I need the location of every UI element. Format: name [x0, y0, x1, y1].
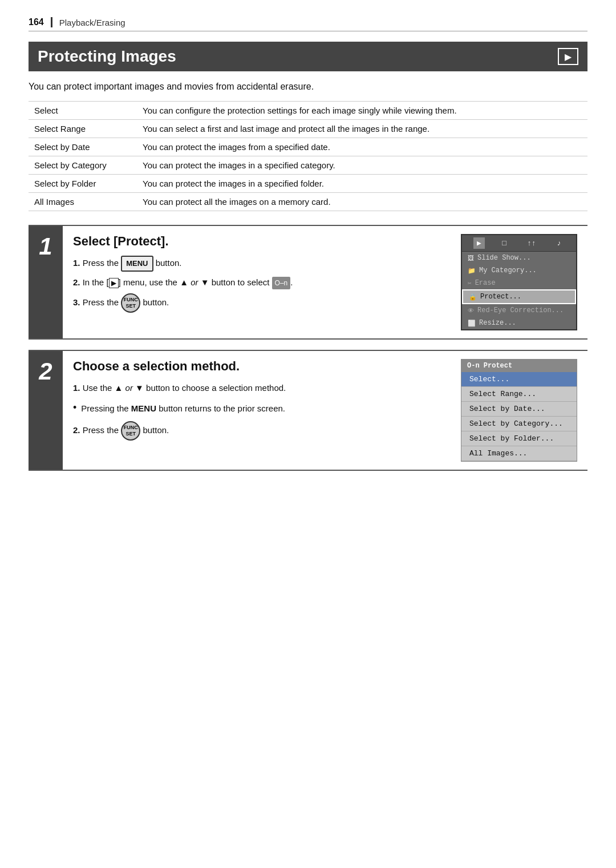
- step-2-instruction-2: 2. Press the FUNCSET button.: [73, 421, 452, 441]
- table-row: SelectYou can configure the protection s…: [29, 102, 587, 120]
- table-cell-desc: You can protect the images in a specifie…: [137, 156, 587, 175]
- step-2-content: Choose a selection method. 1. Use the ▲ …: [63, 351, 587, 470]
- menu-item-slideshow: 🖼 Slide Show...: [462, 252, 576, 264]
- step-1-block: 1 Select [Protect]. 1. Press the MENU bu…: [29, 225, 587, 340]
- info-table: SelectYou can configure the protection s…: [29, 101, 587, 211]
- table-cell-label: All Images: [29, 193, 137, 211]
- tab-sound: ♪: [553, 238, 565, 249]
- bullet-dot: •: [73, 401, 76, 414]
- mycategory-label: My Category...: [479, 267, 537, 274]
- step-2-instruction-1: 1. Use the ▲ or ▼ button to choose a sel…: [73, 381, 452, 395]
- step-2-title: Choose a selection method.: [73, 359, 452, 374]
- step-1-instruction-2: 2. In the [▶] menu, use the ▲ or ▼ butto…: [73, 275, 452, 290]
- redeye-label: Red-Eye Correction...: [477, 306, 564, 314]
- step-1-image-col: ▶ □ ↑↑ ♪ 🖼 Slide Show... 📁 My Category..…: [452, 234, 577, 330]
- page-number: 164: [29, 17, 52, 27]
- protect-menu-label: Protect...: [480, 293, 521, 301]
- table-cell-label: Select: [29, 102, 137, 120]
- protect-menu-title: O-n Protect: [461, 360, 577, 372]
- redeye-icon: 👁: [468, 307, 474, 314]
- protect-submenu: O-n Protect Select...Select Range...Sele…: [461, 359, 577, 462]
- slideshow-label: Slide Show...: [477, 254, 531, 262]
- erase-label: Erase: [475, 279, 496, 287]
- func-set-button-1: FUNCSET: [121, 293, 140, 313]
- table-cell-desc: You can select a first and last image an…: [137, 120, 587, 138]
- step-1-menu-screenshot: ▶ □ ↑↑ ♪ 🖼 Slide Show... 📁 My Category..…: [461, 234, 577, 330]
- menu-item-resize: ⬜ Resize...: [462, 317, 576, 329]
- tab-arrows: ↑↑: [524, 238, 540, 249]
- protect-menu-items-list: Select...Select Range...Select by Date..…: [461, 372, 577, 461]
- table-cell-label: Select by Folder: [29, 175, 137, 193]
- table-row: Select by CategoryYou can protect the im…: [29, 156, 587, 175]
- protect-menu-item: Select by Folder...: [461, 431, 577, 446]
- menu-items-list: 🖼 Slide Show... 📁 My Category... ✂ Erase: [462, 252, 576, 329]
- playback-icon-box: ▶: [558, 48, 578, 65]
- protect-menu-item: Select by Date...: [461, 402, 577, 417]
- step-2-block: 2 Choose a selection method. 1. Use the …: [29, 350, 587, 471]
- table-cell-label: Select by Category: [29, 156, 137, 175]
- resize-icon: ⬜: [468, 320, 476, 327]
- protect-menu-item: All Images...: [461, 446, 577, 461]
- playback-bracket-icon: ▶: [109, 278, 119, 288]
- menu-top-bar: ▶ □ ↑↑ ♪: [462, 235, 576, 252]
- step-1-text-col: Select [Protect]. 1. Press the MENU butt…: [73, 234, 452, 316]
- table-cell-label: Select by Date: [29, 138, 137, 156]
- intro-text: You can protect important images and mov…: [29, 82, 587, 92]
- table-cell-label: Select Range: [29, 120, 137, 138]
- step-1-number: 1: [29, 226, 63, 338]
- step-1-title: Select [Protect].: [73, 234, 452, 249]
- step-2-number: 2: [29, 351, 63, 470]
- step-2-image-col: O-n Protect Select...Select Range...Sele…: [452, 359, 577, 462]
- page-container: 164 Playback/Erasing Protecting Images ▶…: [0, 0, 616, 868]
- table-cell-desc: You can protect the images in a specifie…: [137, 175, 587, 193]
- step-1-instruction-3: 3. Press the FUNCSET button.: [73, 293, 452, 313]
- step-2-instructions: 1. Use the ▲ or ▼ button to choose a sel…: [73, 381, 452, 441]
- table-row: Select by DateYou can protect the images…: [29, 138, 587, 156]
- protect-menu-icon: 🔒: [469, 293, 477, 301]
- section-label: Playback/Erasing: [59, 18, 125, 27]
- table-row: Select by FolderYou can protect the imag…: [29, 175, 587, 193]
- slideshow-icon: 🖼: [468, 255, 474, 262]
- page-header: 164 Playback/Erasing: [29, 17, 587, 31]
- menu-item-redeye: 👁 Red-Eye Correction...: [462, 304, 576, 317]
- step-1-content: Select [Protect]. 1. Press the MENU butt…: [63, 226, 587, 338]
- step-2-text-col: Choose a selection method. 1. Use the ▲ …: [73, 359, 452, 444]
- table-row: Select RangeYou can select a first and l…: [29, 120, 587, 138]
- title-section: Protecting Images ▶: [29, 42, 587, 71]
- menu-item-erase: ✂ Erase: [462, 277, 576, 289]
- protect-menu-item: Select by Category...: [461, 417, 577, 431]
- menu-item-mycategory: 📁 My Category...: [462, 264, 576, 277]
- table-cell-desc: You can protect all the images on a memo…: [137, 193, 587, 211]
- step-2-bullet: • Pressing the MENU button returns to th…: [73, 401, 452, 416]
- playback-icon: ▶: [565, 51, 572, 62]
- table-cell-desc: You can configure the protection setting…: [137, 102, 587, 120]
- menu-item-protect: 🔒 Protect...: [462, 289, 576, 304]
- tab-box: □: [499, 238, 510, 249]
- protect-menu-item: Select...: [461, 372, 577, 387]
- menu-button: MENU: [121, 256, 153, 272]
- func-set-button-2: FUNCSET: [121, 421, 140, 441]
- step-1-instructions: 1. Press the MENU button. 2. In the [▶] …: [73, 256, 452, 313]
- table-row: All ImagesYou can protect all the images…: [29, 193, 587, 211]
- resize-label: Resize...: [479, 319, 516, 327]
- erase-icon: ✂: [468, 280, 472, 287]
- step-1-instruction-1: 1. Press the MENU button.: [73, 256, 452, 272]
- protect-icon-inline: O–n: [272, 277, 291, 289]
- table-cell-desc: You can protect the images from a specif…: [137, 138, 587, 156]
- mycategory-icon: 📁: [468, 267, 476, 274]
- protect-menu-item: Select Range...: [461, 387, 577, 402]
- main-title: Protecting Images: [38, 47, 176, 66]
- tab-playback: ▶: [473, 237, 485, 249]
- bullet-text: Pressing the MENU button returns to the …: [81, 401, 285, 416]
